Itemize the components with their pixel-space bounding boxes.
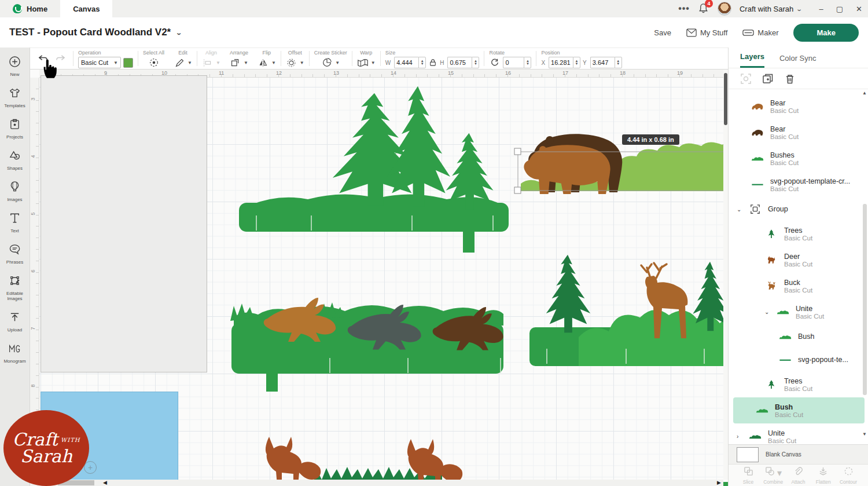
notification-badge: 4 [705,0,713,8]
group-select-icon[interactable] [740,73,752,85]
layer-row-trees[interactable]: TreesBasic Cut [729,221,868,247]
position-y-stepper[interactable]: ▲▼ [615,57,622,68]
layer-row-svg-popout-template-cr-[interactable]: svg-popout-template-cr...Basic Cut [729,171,868,198]
blank-canvas-row[interactable]: Blank Canvas [729,444,868,464]
arrange-button[interactable] [230,57,241,68]
layer-row-buck[interactable]: BuckBasic Cut [729,273,868,299]
scroll-left-arrow-icon[interactable]: ◀ [103,480,107,485]
vscroll-thumb[interactable] [724,73,727,125]
flip-button[interactable] [258,57,269,68]
edit-pencil-button[interactable] [174,57,185,68]
sidebar-item-editable-images[interactable]: EditableImages [0,271,30,305]
rotate-icon[interactable] [489,57,501,68]
text-icon [9,212,21,226]
operation-select[interactable]: Basic Cut▼ [78,57,121,68]
notifications-bell[interactable]: 4 [698,3,709,14]
deer-scene [529,255,728,366]
align-button[interactable] [202,57,214,68]
sidebar-item-text[interactable]: Text [0,209,30,237]
layer-row-bear[interactable]: BearBasic Cut [729,93,868,119]
warp-button[interactable] [357,57,369,68]
blank-canvas-swatch[interactable] [737,447,759,462]
sidebar-item-projects[interactable]: Projects [0,115,30,144]
position-x-input[interactable] [549,57,573,68]
fox-scene [243,437,728,486]
chevron-down-icon[interactable]: ⌄ [737,206,742,213]
duplicate-icon[interactable] [762,73,774,85]
layer-thumbnail [764,379,778,390]
save-button[interactable]: Save [654,28,671,37]
layer-thumbnail [764,229,778,239]
color-swatch[interactable] [123,58,133,68]
chevron-down-icon[interactable]: ⌄ [764,309,770,315]
position-x-stepper[interactable]: ▲▼ [573,57,580,68]
select-all-button[interactable] [148,57,160,68]
layer-row-svg-popout-te-[interactable]: svg-popout-te... [729,348,868,371]
layer-row-bear[interactable]: BearBasic Cut [729,119,868,145]
avatar[interactable] [718,2,731,16]
tab-layers[interactable]: Layers [740,52,764,68]
scroll-up-arrow-icon[interactable]: ▲ [862,90,867,96]
height-stepper[interactable]: ▲▼ [472,57,479,68]
make-button[interactable]: Make [793,24,859,42]
editable-icon [9,275,21,289]
sidebar-item-monogram[interactable]: Monogram [0,339,30,368]
tab-color-sync[interactable]: Color Sync [779,54,816,68]
account-menu[interactable]: Craft with Sarah ⌄ [740,5,802,13]
delete-icon[interactable] [784,73,796,85]
create-sticker-button[interactable] [321,57,333,68]
width-stepper[interactable]: ▲▼ [418,57,426,68]
layer-row-bush[interactable]: BushBasic Cut [733,397,865,423]
layer-row-unite[interactable]: ›UniteBasic Cut [729,423,868,444]
width-input[interactable] [394,57,418,68]
lock-aspect-icon[interactable] [428,57,437,68]
project-title-menu[interactable]: TEST - Popout Card Woodland V2* ⌄ [9,27,182,38]
layer-thumbnail [778,331,792,342]
my-stuff-button[interactable]: My Stuff [686,28,727,37]
offset-button[interactable] [286,57,297,68]
tab-canvas[interactable]: Canvas [60,0,112,17]
layer-row-bush[interactable]: Bush [729,325,868,348]
contour-button[interactable]: Contour [837,466,860,485]
attach-button[interactable]: Attach [787,466,810,485]
height-input[interactable] [447,57,472,68]
scroll-right-arrow-icon[interactable]: ▶ [717,480,721,485]
combine-button[interactable]: ▾Combine [762,466,785,485]
layer-row-group[interactable]: ⌄Group [729,198,868,221]
slice-button[interactable]: Slice [737,466,760,485]
flatten-button[interactable]: Flatten [812,466,835,485]
layer-list: BearBasic CutBearBasic CutBushesBasic Cu… [729,90,868,444]
horizontal-scrollbar[interactable]: ◀ ▶ [30,480,723,486]
sidebar-item-templates[interactable]: Templates [0,83,30,112]
rotate-stepper[interactable]: ▲▼ [524,57,531,68]
sidebar-item-upload[interactable]: Upload [0,308,30,337]
design-canvas[interactable]: 910111213141516171819 345678 [30,70,728,486]
chevron-right-icon[interactable]: › [737,433,742,440]
maker-machine-icon [742,29,754,36]
sidebar-item-images[interactable]: Images [0,177,30,206]
artwork-layer[interactable] [30,70,728,486]
layer-row-unite[interactable]: ⌄UniteBasic Cut [729,299,868,325]
sidebar-item-shapes[interactable]: Shapes [0,146,30,175]
rotate-input[interactable] [503,57,524,68]
layer-row-bushes[interactable]: BushesBasic Cut [729,145,868,171]
maximize-button[interactable]: ▢ [836,5,843,13]
zoom-in-button[interactable]: + [84,461,97,474]
edit-caret-icon[interactable]: ▼ [187,60,192,65]
position-y-input[interactable] [590,57,615,68]
panel-scroll-thumb[interactable] [863,204,867,395]
close-button[interactable]: ✕ [856,5,862,13]
maker-machine-button[interactable]: Maker [742,28,778,37]
panel-scrollbar[interactable]: ▲ ▼ [863,94,867,436]
new-icon [9,56,21,70]
vertical-scrollbar[interactable] [723,70,728,480]
layer-row-deer[interactable]: DeerBasic Cut [729,247,868,273]
layer-row-trees[interactable]: TreesBasic Cut [729,371,868,397]
overflow-menu-icon[interactable]: ••• [678,3,690,14]
scroll-down-arrow-icon[interactable]: ▼ [862,432,867,437]
upload-icon [9,311,21,326]
sidebar-item-new[interactable]: New [0,52,30,81]
minimize-button[interactable]: – [819,5,823,13]
sidebar-item-phrases[interactable]: Phrases [0,240,30,269]
tab-home[interactable]: Home [0,0,60,17]
